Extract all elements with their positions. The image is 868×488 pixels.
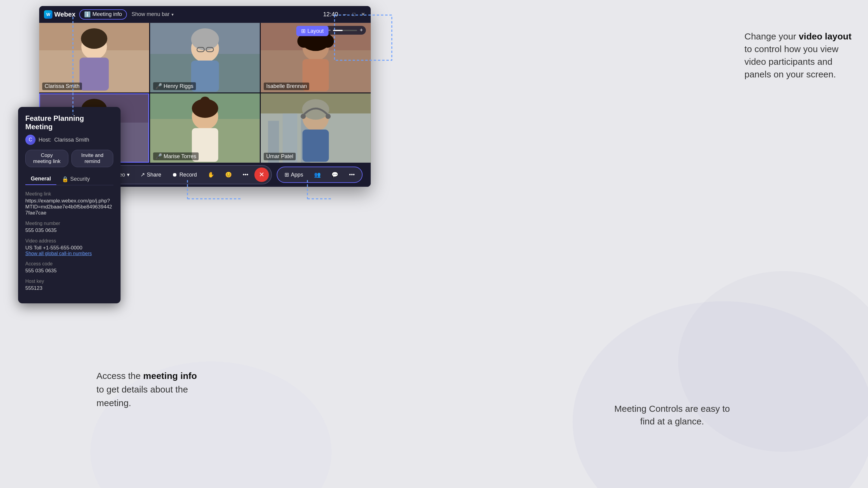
general-tab[interactable]: General: [25, 173, 56, 185]
chat-button[interactable]: 💬: [327, 169, 343, 181]
meeting-link-section: Meeting link https://example.webex.com/g…: [25, 191, 113, 216]
layout-button[interactable]: ⊞ Layout: [296, 26, 329, 36]
minimize-button[interactable]: ─: [342, 11, 348, 18]
apps-label: Apps: [291, 172, 303, 178]
security-tab[interactable]: 🔒 Security: [56, 173, 95, 185]
link-label: Meeting link: [25, 191, 113, 197]
zoom-controls: − +: [324, 26, 366, 35]
callout-br-text: Meeting Controls are easy to find at a g…: [614, 404, 730, 426]
callout-bottom-left: Access the meeting info to get details a…: [96, 369, 199, 410]
record-button[interactable]: ⏺ Record: [167, 169, 202, 181]
video-tile-2: 🎤 Henry Riggs: [150, 23, 260, 93]
maximize-button[interactable]: □: [351, 11, 357, 18]
svg-point-21: [321, 35, 334, 48]
number-value: 555 035 0635: [25, 227, 113, 233]
show-menu-button[interactable]: Show menu bar ▾: [132, 11, 174, 18]
controls-right-group: ⊞ Apps 👥 💬 •••: [277, 167, 363, 183]
participant-name-2: 🎤 Henry Riggs: [153, 82, 196, 90]
close-button[interactable]: ✕: [360, 11, 366, 18]
more-icon: •••: [243, 172, 248, 178]
meeting-info-tab[interactable]: ℹ️ Meeting info: [79, 9, 127, 20]
more-right-icon: •••: [349, 172, 355, 178]
host-key-label: Host key: [25, 279, 113, 284]
svg-point-0: [572, 301, 868, 488]
host-name: Clarissa Smith: [54, 137, 89, 143]
participant-video-2: [150, 23, 260, 93]
layout-button-label: Layout: [307, 28, 324, 34]
share-icon: ↗: [141, 171, 145, 178]
muted-icon: 🎤: [156, 83, 164, 89]
panel-title: Feature Planning Meeting: [25, 114, 113, 131]
svg-point-12: [191, 28, 219, 50]
webex-logo: W Webex: [44, 10, 76, 19]
share-button[interactable]: ↗ Share: [135, 169, 166, 181]
callout-bl-prefix: Access the: [96, 371, 143, 381]
time-display: 12:40: [323, 11, 338, 18]
panel-tabs: General 🔒 Security: [25, 173, 113, 185]
host-row: C Host: Clarissa Smith: [25, 135, 113, 145]
info-icon: ℹ️: [84, 11, 91, 18]
svg-point-7: [81, 28, 107, 49]
chevron-down-icon: ▾: [172, 12, 174, 17]
copy-link-button[interactable]: Copy meeting link: [25, 150, 68, 167]
more-right-button[interactable]: •••: [344, 169, 360, 181]
callout-right-prefix: Change your: [744, 31, 799, 41]
access-code-label: Access code: [25, 261, 113, 267]
title-bar-right: 12:40 ─ □ ✕: [323, 11, 366, 18]
host-key-value: 555123: [25, 285, 113, 291]
svg-point-20: [298, 35, 311, 48]
callout-bl-bold: meeting info: [143, 371, 197, 381]
participant-name-3: Isabelle Brennan: [264, 83, 309, 90]
callout-right-bold: video layout: [799, 31, 851, 41]
emoji-icon: 😊: [225, 171, 232, 178]
participants-icon: 👥: [314, 171, 321, 178]
muted-icon-5: 🎤: [156, 153, 164, 159]
participant-name-6: Umar Patel: [264, 153, 296, 160]
shield-icon: 🔒: [62, 176, 68, 183]
zoom-in-button[interactable]: +: [360, 27, 363, 33]
invite-remind-button[interactable]: Invite and remind: [71, 150, 113, 167]
callout-right: Change your video layout to control how …: [744, 30, 859, 81]
show-menu-label: Show menu bar: [132, 11, 170, 18]
host-avatar: C: [25, 135, 36, 145]
video-tile-1: Clarissa Smith: [39, 23, 149, 93]
host-label: Host:: [38, 137, 51, 143]
webex-logo-icon: W: [44, 10, 53, 19]
svg-point-34: [200, 96, 210, 107]
window-controls: ─ □ ✕: [342, 11, 366, 18]
record-label: Record: [179, 172, 197, 178]
layout-grid-icon: ⊞: [301, 28, 306, 34]
record-icon: ⏺: [172, 172, 178, 178]
host-key-section: Host key 555123: [25, 279, 113, 291]
participant-name-1: Clarissa Smith: [42, 83, 82, 90]
participant-name-5: 🎤 Marise Torres: [153, 153, 199, 160]
reactions-button[interactable]: 😊: [220, 169, 237, 181]
meeting-info-label: Meeting info: [93, 11, 122, 18]
meeting-number-section: Meeting number 555 035 0635: [25, 221, 113, 233]
share-label: Share: [147, 172, 161, 178]
stop-video-chevron: ▾: [127, 171, 130, 178]
apps-icon: ⊞: [284, 171, 289, 178]
video-address-section: Video address US Toll +1-555-655-0000 Sh…: [25, 238, 113, 256]
end-call-button[interactable]: ✕: [254, 167, 269, 182]
zoom-slider[interactable]: [333, 30, 357, 31]
access-code-value: 555 035 0635: [25, 268, 113, 274]
more-button[interactable]: •••: [238, 169, 253, 181]
video-tile-6: Umar Patel: [261, 93, 371, 163]
participants-button[interactable]: 👥: [309, 169, 326, 181]
show-numbers-link[interactable]: Show all global call-in numbers: [25, 251, 113, 256]
chat-icon: 💬: [332, 171, 338, 178]
svg-rect-41: [303, 130, 329, 162]
callout-right-suffix: to control how you view video participan…: [744, 44, 838, 79]
panel-actions: Copy meeting link Invite and remind: [25, 150, 113, 167]
hand-raise-button[interactable]: ✋: [203, 169, 219, 181]
end-call-icon: ✕: [259, 171, 264, 178]
security-tab-label: Security: [70, 176, 90, 182]
svg-rect-6: [80, 58, 109, 90]
meeting-info-panel: Feature Planning Meeting C Host: Clariss…: [18, 107, 121, 303]
apps-button[interactable]: ⊞ Apps: [280, 169, 308, 181]
title-bar: W Webex ℹ️ Meeting info Show menu bar ▾ …: [39, 6, 371, 23]
callout-bl-suffix: to get details about the meeting.: [96, 384, 188, 408]
video-tile-5: 🎤 Marise Torres: [150, 93, 260, 163]
svg-point-43: [301, 113, 306, 119]
